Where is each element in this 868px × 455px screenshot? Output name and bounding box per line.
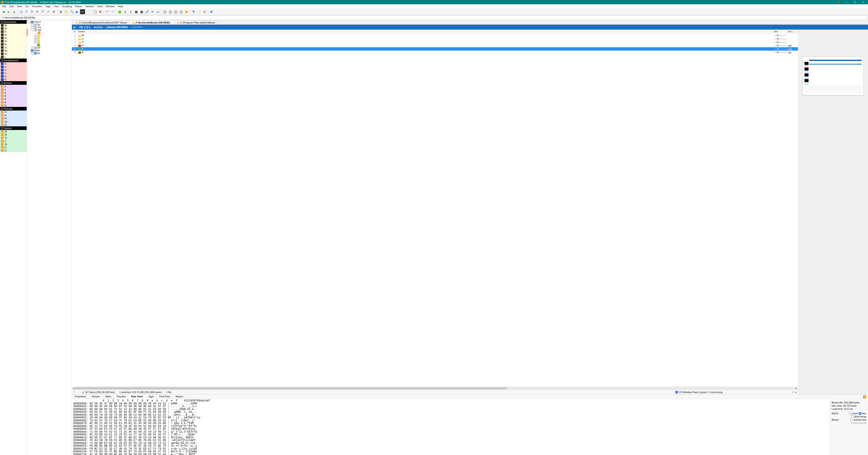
pane-3-icon[interactable]: ◫	[173, 9, 178, 14]
breadcrumb-item[interactable]: VM_2 (F:)	[79, 26, 90, 29]
tree-toggle-icon[interactable]: +	[35, 34, 37, 36]
check-icon[interactable]: ✔	[46, 9, 51, 14]
preview-tab-report[interactable]: Report	[173, 394, 186, 399]
menu-scripting[interactable]: Scripting	[61, 5, 73, 8]
menu-tools[interactable]: Tools	[96, 5, 104, 8]
catalog-item[interactable]: [S	[0, 27, 27, 30]
rect-icon[interactable]: ▭	[155, 9, 160, 14]
preview-tab-tags[interactable]: Tags	[146, 394, 156, 399]
e-icon[interactable]: E:	[35, 9, 40, 14]
new-file-icon[interactable]: 📄	[87, 9, 92, 14]
tree-item[interactable]: +	[27, 36, 72, 39]
minimize-button[interactable]: —	[842, 0, 850, 4]
catalog-item[interactable]: e	[0, 85, 27, 88]
file-row[interactable]: 5X----A-------------png	[72, 47, 798, 51]
catalog-item[interactable]: Tc	[0, 136, 27, 139]
tree-toggle-icon[interactable]: +	[31, 24, 33, 26]
f-icon[interactable]: F:	[40, 9, 45, 14]
catalog-item[interactable]: K	[0, 97, 27, 101]
address-bar[interactable]: F:\Archive\[eBooks.REVIEW]\	[1, 15, 867, 20]
catalog-item[interactable]: V	[0, 65, 27, 68]
eye-icon[interactable]: 👁	[150, 9, 155, 14]
tree-toggle-icon[interactable]: +	[31, 26, 33, 29]
filter-icon[interactable]: ▽	[73, 391, 77, 393]
preview-tab-properties[interactable]: Properties	[72, 394, 89, 399]
opt-wrap[interactable]: Word wrap	[851, 415, 866, 418]
catalog-item[interactable]: A	[0, 104, 27, 107]
preview-tab-raw-view[interactable]: Raw View	[128, 394, 146, 399]
catalog-item[interactable]: D	[0, 146, 27, 149]
menu-view[interactable]: View	[16, 5, 24, 8]
catalog-item[interactable]: Jc	[0, 46, 27, 49]
catalog-item[interactable]: A	[0, 114, 27, 117]
tree-toggle-icon[interactable]: +	[34, 39, 37, 41]
tree-toggle-icon[interactable]: +	[34, 36, 37, 39]
catalog-item[interactable]: D	[0, 30, 27, 33]
search-icon[interactable]: 🔍	[69, 9, 74, 14]
catalog-item[interactable]: Sl	[0, 130, 27, 133]
catalog-header-pictures[interactable]: Pictures	[0, 107, 27, 110]
c-icon[interactable]: C:	[24, 9, 29, 14]
menu-edit[interactable]: Edit	[8, 5, 15, 8]
tree-item[interactable]: -VN	[27, 29, 72, 31]
tree-item[interactable]: +AL	[27, 52, 72, 55]
column-num[interactable]: #	[72, 30, 77, 33]
link-icon[interactable]: 🔗	[145, 9, 150, 14]
hex-options-button[interactable]: ▾	[863, 395, 866, 398]
catalog-item[interactable]: Er	[0, 43, 27, 46]
back-button[interactable]: ◀	[1, 9, 6, 14]
tree-item[interactable]: +Dri	[27, 46, 72, 49]
catalog-item[interactable]: A	[0, 101, 27, 104]
tree-item[interactable]: +	[27, 34, 72, 36]
catalog-header-system[interactable]: System	[0, 126, 27, 130]
file-row[interactable]: 4in----A-------------pdf	[72, 44, 798, 47]
tab[interactable]: C:\Users\Bergman\iCloudDrive\PDF Viewer	[73, 21, 129, 24]
catalog-item[interactable]: Pi	[0, 117, 27, 120]
catalog-item[interactable]: V	[0, 62, 27, 65]
catalog-item[interactable]: D	[0, 149, 27, 152]
file-row[interactable]: 2cl----D------------	[72, 37, 798, 40]
copy-icon[interactable]: 📋	[92, 9, 97, 14]
android-icon[interactable]: ⬤	[117, 9, 122, 14]
breadcrumb-item[interactable]: TESTING	[131, 26, 142, 29]
file-row[interactable]: 6R.----A-------------zip	[72, 51, 798, 54]
catalog-item[interactable]: L	[0, 55, 27, 59]
menu-file[interactable]: File	[1, 5, 8, 8]
maximize-button[interactable]: ❐	[850, 0, 859, 4]
catalog-item[interactable]: TI	[0, 110, 27, 114]
cancel-icon[interactable]: ✘	[51, 9, 56, 14]
play-icon[interactable]: ▶	[74, 9, 80, 14]
monitor-icon[interactable]: 🖥	[58, 9, 63, 14]
tree-item[interactable]: +Tra	[27, 26, 72, 29]
tree-item[interactable]: +	[27, 41, 72, 44]
menu-favorites[interactable]: Favorites	[31, 5, 43, 8]
hex-view[interactable]: 0 1 2 3 4 5 6 7 8 9 a b c d e f 01234567…	[72, 399, 830, 455]
catalog-item[interactable]: Sl	[0, 133, 27, 136]
catalog-header-archive[interactable]: Archive	[0, 81, 27, 85]
menu-go[interactable]: Go	[24, 5, 30, 8]
menu-user[interactable]: User	[53, 5, 60, 8]
close-button[interactable]: ✕	[859, 0, 867, 4]
preview-tab-meta[interactable]: Meta	[103, 394, 114, 399]
catalog-header-development[interactable]: Development	[0, 59, 27, 62]
catalog-item[interactable]: Pr	[0, 33, 27, 36]
tree-item[interactable]: -This F	[27, 21, 72, 23]
redo-icon[interactable]: ↷	[110, 9, 115, 14]
menu-window[interactable]: Window	[104, 5, 116, 8]
catalog-item[interactable]: A	[0, 94, 27, 97]
opt-extract[interactable]: Extract text	[850, 418, 866, 421]
catalog-item[interactable]: D	[0, 75, 27, 78]
catalog-item[interactable]: Er	[0, 39, 27, 43]
pane-4-icon[interactable]: ◫	[179, 9, 184, 14]
folder-add-icon[interactable]: 📁	[64, 9, 69, 14]
undo-icon[interactable]: ↶	[105, 9, 110, 14]
d-icon[interactable]: D:	[30, 9, 35, 14]
tab-close-icon[interactable]: ×	[170, 22, 172, 24]
tree-item[interactable]	[27, 44, 72, 46]
catalog-item[interactable]: Sc	[0, 120, 27, 123]
file-row[interactable]: 1[R----D------------	[72, 34, 798, 37]
pin-icon[interactable]: 📌	[834, 0, 842, 4]
tree-item[interactable]: Netw	[27, 49, 72, 52]
delete-icon[interactable]: ✖	[98, 9, 103, 14]
catalog-item[interactable]: iC	[0, 123, 27, 126]
